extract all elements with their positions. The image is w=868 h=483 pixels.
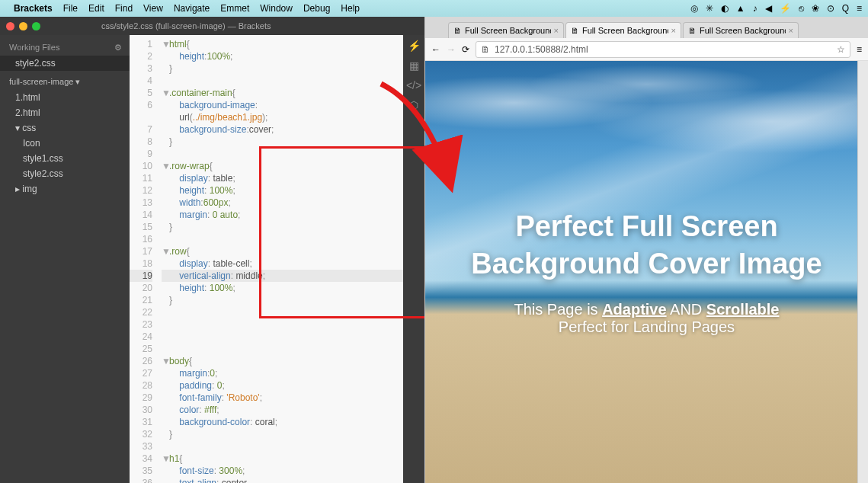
menu-debug[interactable]: Debug	[303, 3, 330, 14]
file-item[interactable]: style1.css	[0, 151, 130, 166]
back-button[interactable]: ←	[431, 44, 440, 55]
menu-file[interactable]: File	[63, 3, 78, 14]
page-icon: 🗎	[481, 44, 490, 55]
tray-icon[interactable]: ⎋	[799, 3, 804, 14]
menu-help[interactable]: Help	[341, 3, 360, 14]
tray-icon[interactable]: ▲	[736, 3, 745, 14]
tray-icon[interactable]: ◀	[765, 3, 772, 14]
tray-icon[interactable]: ♪	[753, 3, 757, 14]
brackets-window: css/style2.css (full-screen-image) — Bra…	[0, 17, 424, 483]
folder-item[interactable]: ▾ css	[0, 120, 130, 136]
chevron-down-icon: ▾	[75, 77, 80, 86]
star-icon[interactable]: ☆	[837, 44, 845, 55]
close-icon[interactable]: ×	[554, 26, 559, 35]
code-icon[interactable]: </>	[406, 79, 421, 91]
address-bar: ← → ⟳ 🗎 127.0.0.1:50888/2.html ☆ ≡	[425, 38, 868, 61]
browser-tab[interactable]: 🗎Full Screen Background×	[683, 22, 799, 38]
page-icon: 🗎	[571, 26, 579, 35]
minimize-icon[interactable]	[19, 22, 27, 30]
extension-icon[interactable]: ▦	[409, 59, 419, 72]
file-item[interactable]: 2.html	[0, 105, 130, 120]
tray-icon[interactable]: ✳	[706, 3, 713, 14]
url-text: 127.0.0.1:50888/2.html	[495, 44, 588, 55]
zoom-icon[interactable]	[32, 22, 40, 30]
reload-button[interactable]: ⟳	[462, 44, 469, 55]
tab-strip: 🗎Full Screen Background×🗎Full Screen Bac…	[425, 17, 868, 38]
project-name[interactable]: full-screen-image ▾	[0, 71, 130, 90]
hero-subtitle-2: Perfect for Landing Pages	[559, 318, 735, 336]
tray-icon[interactable]: ◐	[721, 3, 729, 14]
window-controls	[6, 22, 40, 30]
hero-heading: Perfect Full Screen Background Cover Ima…	[439, 208, 854, 283]
working-file[interactable]: style2.css	[0, 56, 130, 71]
tray-icon[interactable]: ≡	[857, 3, 862, 14]
mac-menubar: Brackets File Edit Find View Navigate Em…	[0, 0, 868, 17]
close-icon[interactable]	[6, 22, 14, 30]
browser-tab[interactable]: 🗎Full Screen Background×	[565, 22, 681, 38]
tray-icon[interactable]: ⊙	[827, 3, 834, 14]
close-icon[interactable]: ×	[671, 26, 676, 35]
tray-icon[interactable]: ◎	[690, 3, 698, 14]
sidebar: Working Files ⚙ style2.css full-screen-i…	[0, 35, 130, 483]
window-title: css/style2.css (full-screen-image) — Bra…	[101, 21, 271, 30]
menu-icon[interactable]: ≡	[857, 44, 862, 55]
brackets-titlebar: css/style2.css (full-screen-image) — Bra…	[0, 17, 424, 35]
hero-content: Perfect Full Screen Background Cover Ima…	[425, 61, 868, 483]
gear-icon[interactable]: ⚙	[114, 43, 122, 53]
menu-navigate[interactable]: Navigate	[174, 3, 210, 14]
live-preview-icon[interactable]: ⚡	[408, 40, 421, 52]
editor[interactable]: 1234567891011121314151617181920212223242…	[130, 35, 403, 483]
working-files-label: Working Files	[9, 43, 59, 53]
gutter: 1234567891011121314151617181920212223242…	[130, 35, 157, 483]
file-item[interactable]: style2.css	[0, 166, 130, 181]
scrollbar[interactable]	[857, 61, 868, 483]
folder-item[interactable]: ▸ img	[0, 181, 130, 197]
menu-emmet[interactable]: Emmet	[220, 3, 249, 14]
url-input[interactable]: 🗎 127.0.0.1:50888/2.html ☆	[476, 41, 850, 58]
file-item[interactable]: 1.html	[0, 90, 130, 105]
page-icon: 🗎	[453, 26, 462, 35]
file-item[interactable]: Icon	[0, 136, 130, 151]
tab-title: Full Screen Background	[465, 26, 551, 35]
menu-view[interactable]: View	[143, 3, 163, 14]
close-icon[interactable]: ×	[789, 26, 793, 35]
menu-find[interactable]: Find	[115, 3, 133, 14]
browser-tab[interactable]: 🗎Full Screen Background×	[448, 22, 564, 38]
page-icon: 🗎	[688, 26, 697, 35]
tab-title: Full Screen Background	[582, 26, 668, 35]
hero-subtitle-1: This Page is Adaptive AND Scrollable	[514, 301, 780, 318]
forward-button[interactable]: →	[447, 44, 456, 55]
browser-viewport[interactable]: Perfect Full Screen Background Cover Ima…	[425, 61, 868, 483]
menu-app[interactable]: Brackets	[14, 3, 53, 14]
tab-title: Full Screen Background	[700, 26, 786, 35]
extract-icon[interactable]: ⬡	[409, 99, 418, 111]
menu-window[interactable]: Window	[260, 3, 293, 14]
working-files-header: Working Files ⚙	[0, 40, 130, 56]
tray-icon[interactable]: Q	[842, 3, 849, 14]
extension-bar: ⚡ ▦ </> ⬡	[403, 35, 424, 483]
code-content[interactable]: ▼html{ height:100%; } ▼.container-main{ …	[157, 35, 403, 483]
browser-window: 🗎Full Screen Background×🗎Full Screen Bac…	[424, 17, 868, 483]
menu-edit[interactable]: Edit	[88, 3, 104, 14]
menu-tray: ◎✳◐▲♪◀⚡⎋❀⊙Q≡	[690, 3, 862, 14]
tray-icon[interactable]: ❀	[812, 3, 819, 14]
tray-icon[interactable]: ⚡	[780, 3, 791, 14]
